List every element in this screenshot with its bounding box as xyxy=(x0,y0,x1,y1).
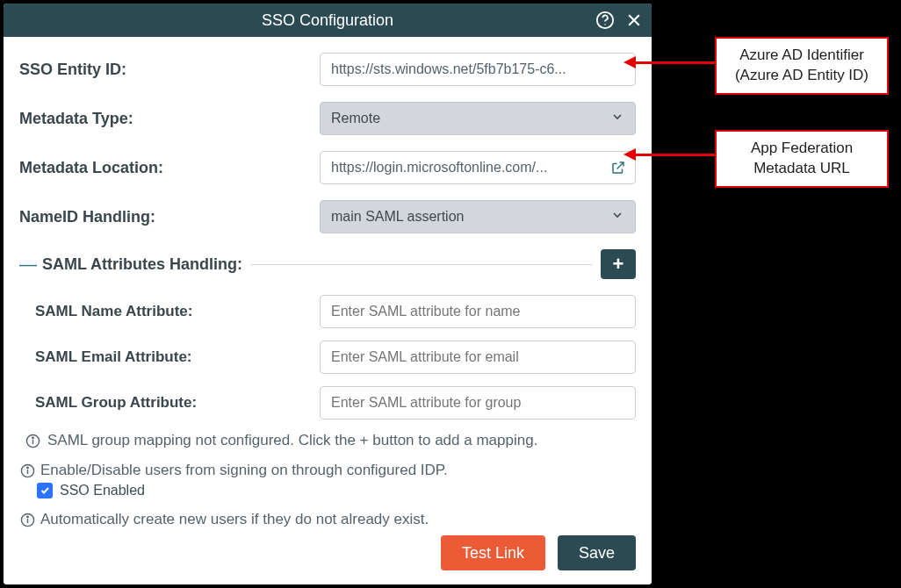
annotation-arrow xyxy=(635,61,716,64)
titlebar-actions xyxy=(595,11,643,30)
sso-config-dialog: SSO Configuration SSO Entity ID: xyxy=(4,4,652,584)
annotation-azure-identifier: Azure AD Identifier (Azure AD Entity ID) xyxy=(715,37,889,95)
sso-enabled-label: SSO Enabled xyxy=(60,483,145,498)
nameid-label: NameID Handling: xyxy=(19,208,320,226)
annotation-arrow xyxy=(635,154,716,156)
dialog-content: SSO Entity ID: Metadata Type: Remote Met… xyxy=(4,37,652,530)
metadata-type-value: Remote xyxy=(331,111,380,126)
arrow-head-icon xyxy=(623,56,636,68)
annotation-federation-url: App Federation Metadata URL xyxy=(715,130,889,188)
annotation-line: (Azure AD Entity ID) xyxy=(731,66,873,86)
close-icon[interactable] xyxy=(625,11,643,29)
auto-provision-desc: Automatically create new users if they d… xyxy=(40,511,429,528)
entity-id-label: SSO Entity ID: xyxy=(19,61,320,79)
saml-name-label: SAML Name Attribute: xyxy=(35,303,320,320)
chevron-down-icon xyxy=(610,110,624,127)
entity-id-input[interactable] xyxy=(320,53,636,86)
info-icon xyxy=(25,433,40,448)
chevron-down-icon xyxy=(610,208,624,226)
sso-enabled-block: Enable/Disable users from signing on thr… xyxy=(19,462,636,498)
metadata-location-label: Metadata Location: xyxy=(19,159,320,177)
sso-enabled-checkbox[interactable] xyxy=(37,483,53,498)
mapping-info: SAML group mapping not configured. Click… xyxy=(25,432,636,449)
mapping-info-text: SAML group mapping not configured. Click… xyxy=(47,432,537,449)
sso-enabled-desc: Enable/Disable users from signing on thr… xyxy=(40,462,448,479)
info-icon xyxy=(19,512,35,527)
test-link-button[interactable]: Test Link xyxy=(441,535,545,570)
collapse-icon[interactable]: — xyxy=(19,255,33,275)
auto-provision-block: Automatically create new users if they d… xyxy=(19,511,636,530)
saml-section-title: SAML Attributes Handling: xyxy=(42,255,242,274)
dialog-footer: Test Link Save xyxy=(4,530,652,584)
saml-name-input[interactable] xyxy=(320,295,636,328)
svg-point-4 xyxy=(32,437,32,438)
saml-email-input[interactable] xyxy=(320,341,636,374)
saml-section-header: — SAML Attributes Handling: + xyxy=(19,249,636,279)
divider xyxy=(251,264,592,265)
annotation-line: App Federation xyxy=(731,139,873,159)
saml-group-input[interactable] xyxy=(320,386,636,419)
save-button[interactable]: Save xyxy=(558,535,636,570)
info-icon xyxy=(19,463,35,478)
metadata-type-label: Metadata Type: xyxy=(19,110,320,128)
dialog-title: SSO Configuration xyxy=(262,11,393,30)
nameid-select[interactable]: main SAML assertion xyxy=(320,200,636,233)
svg-point-10 xyxy=(26,516,27,517)
annotation-line: Azure AD Identifier xyxy=(731,46,873,66)
metadata-type-select[interactable]: Remote xyxy=(320,102,636,135)
arrow-head-icon xyxy=(623,148,636,161)
dialog-titlebar: SSO Configuration xyxy=(4,4,652,37)
svg-point-7 xyxy=(26,467,27,468)
saml-email-label: SAML Email Attribute: xyxy=(35,348,320,366)
svg-point-1 xyxy=(604,24,605,25)
add-mapping-button[interactable]: + xyxy=(601,249,636,279)
help-icon[interactable] xyxy=(595,11,615,30)
saml-group-label: SAML Group Attribute: xyxy=(35,394,320,412)
metadata-location-input[interactable] xyxy=(320,151,636,184)
nameid-value: main SAML assertion xyxy=(331,209,464,225)
annotation-line: Metadata URL xyxy=(731,159,873,179)
